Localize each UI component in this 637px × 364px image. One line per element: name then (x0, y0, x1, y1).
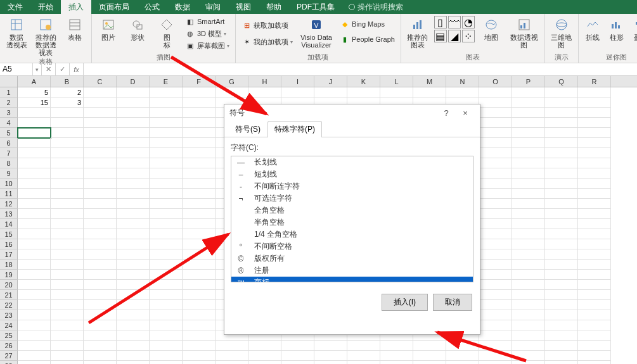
cell[interactable] (117, 270, 150, 280)
cell[interactable] (84, 270, 117, 280)
cell[interactable] (314, 361, 347, 364)
cell[interactable] (183, 330, 216, 341)
char-list-item[interactable]: ®注册 (231, 265, 473, 277)
chart-bar-icon[interactable]: ▤ (434, 30, 447, 42)
cell[interactable] (578, 320, 611, 330)
cell[interactable] (150, 209, 183, 219)
cell[interactable] (479, 310, 512, 320)
cell[interactable] (18, 260, 51, 270)
cell[interactable] (545, 260, 578, 270)
cell[interactable] (578, 300, 611, 310)
column-header[interactable]: H (248, 76, 281, 87)
people-graph-button[interactable]: ▮People Graph (338, 34, 397, 45)
cell[interactable] (183, 310, 216, 320)
char-list-item[interactable]: °不间断空格 (231, 241, 473, 253)
cell[interactable] (84, 179, 117, 189)
cell[interactable] (84, 260, 117, 270)
cell[interactable] (150, 138, 183, 148)
cell[interactable] (512, 330, 545, 341)
cell[interactable] (117, 341, 150, 351)
row-header[interactable]: 14 (0, 219, 18, 229)
cell[interactable] (117, 249, 150, 260)
cell[interactable] (545, 118, 578, 128)
cell[interactable] (150, 260, 183, 270)
char-list[interactable]: —长划线–短划线-不间断连字符¬可选连字符 全角空格 半角空格 1/4 全角空格… (231, 156, 473, 282)
cell[interactable] (380, 87, 413, 97)
cell[interactable] (51, 199, 84, 209)
cell[interactable] (18, 138, 51, 148)
chart-scatter-icon[interactable]: ⁘ (462, 30, 475, 42)
cell[interactable] (18, 108, 51, 118)
column-header[interactable]: L (380, 76, 413, 87)
cell[interactable] (479, 179, 512, 189)
cell[interactable] (248, 351, 281, 361)
cell[interactable] (150, 97, 183, 108)
column-header[interactable]: Q (545, 76, 578, 87)
row-header[interactable]: 28 (0, 361, 18, 364)
cell[interactable] (84, 280, 117, 290)
cell[interactable] (18, 229, 51, 239)
row-header[interactable]: 22 (0, 300, 18, 310)
cell[interactable] (479, 128, 512, 138)
sparkline-winloss-button[interactable]: 盈亏 (631, 16, 637, 41)
cell[interactable] (578, 138, 611, 148)
pivot-table-button[interactable]: 数据 透视表 (4, 16, 29, 49)
cell[interactable] (117, 189, 150, 199)
cell[interactable] (512, 87, 545, 97)
cell[interactable] (183, 280, 216, 290)
bing-maps-button[interactable]: ◆Bing Maps (338, 18, 397, 30)
cell[interactable] (183, 128, 216, 138)
row-header[interactable]: 27 (0, 351, 18, 361)
cell[interactable] (51, 239, 84, 249)
cell[interactable] (183, 179, 216, 189)
row-header[interactable]: 19 (0, 270, 18, 280)
cell[interactable] (84, 138, 117, 148)
cell[interactable] (512, 229, 545, 239)
cell[interactable] (117, 351, 150, 361)
name-box-dropdown[interactable]: ▾ (33, 63, 42, 75)
cell[interactable] (183, 209, 216, 219)
tab-layout[interactable]: 页面布局 (91, 0, 137, 14)
cell[interactable] (512, 128, 545, 138)
cell[interactable] (18, 118, 51, 128)
cell[interactable] (578, 270, 611, 280)
char-list-item[interactable]: ¬可选连字符 (231, 192, 473, 204)
cell[interactable] (183, 199, 216, 209)
cell[interactable] (117, 219, 150, 229)
column-header[interactable]: R (578, 76, 611, 87)
column-header[interactable]: G (216, 76, 248, 87)
cell[interactable] (183, 361, 216, 364)
cell[interactable] (479, 300, 512, 310)
cell[interactable] (578, 330, 611, 341)
tab-data[interactable]: 数据 (167, 0, 198, 14)
cell[interactable] (51, 138, 84, 148)
cell[interactable] (117, 87, 150, 97)
cell[interactable] (84, 361, 117, 364)
cell[interactable] (545, 179, 578, 189)
chart-pie-icon[interactable]: ◔ (462, 16, 475, 28)
chart-type-grid[interactable]: ▯ 〰 ◔ ▤ ◢ ⁘ (434, 16, 475, 42)
cell[interactable] (150, 290, 183, 300)
row-header[interactable]: 13 (0, 209, 18, 219)
shapes-button[interactable]: 形状 (125, 16, 150, 41)
cell[interactable] (545, 320, 578, 330)
column-header[interactable]: M (413, 76, 446, 87)
cell[interactable] (545, 168, 578, 179)
cell[interactable] (117, 148, 150, 158)
cell[interactable] (183, 320, 216, 330)
cell[interactable] (117, 310, 150, 320)
cell[interactable] (347, 87, 380, 97)
cell[interactable] (512, 280, 545, 290)
column-header[interactable]: N (446, 76, 479, 87)
cell[interactable] (84, 229, 117, 239)
cell[interactable] (413, 351, 446, 361)
cell[interactable] (479, 87, 512, 97)
row-header[interactable]: 7 (0, 148, 18, 158)
cell[interactable] (281, 351, 314, 361)
insert-button[interactable]: 插入(I) (382, 294, 428, 311)
enter-button[interactable]: ✓ (56, 63, 70, 75)
cell[interactable] (183, 229, 216, 239)
cell[interactable] (578, 158, 611, 168)
cell[interactable] (347, 351, 380, 361)
column-header[interactable]: E (150, 76, 183, 87)
